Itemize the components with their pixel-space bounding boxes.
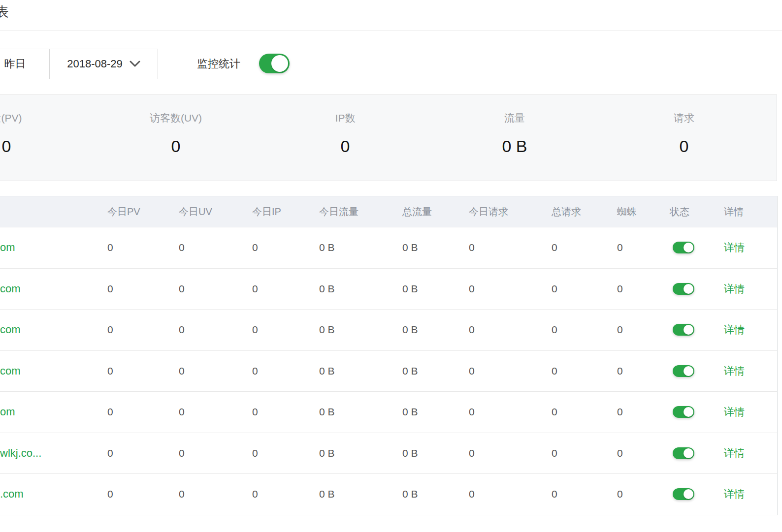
toggle-knob bbox=[684, 489, 693, 499]
stat-label: 访客数(UV) bbox=[150, 111, 202, 125]
cell-today-req: 0 bbox=[469, 474, 475, 515]
domain-link[interactable]: wlkj.co... bbox=[0, 433, 41, 474]
domain-link[interactable]: com bbox=[0, 351, 21, 392]
date-select-value: 2018-08-29 bbox=[67, 58, 123, 70]
site-status-toggle[interactable] bbox=[673, 283, 694, 295]
detail-link[interactable]: 详情 bbox=[724, 269, 745, 310]
stat-label: 量(PV) bbox=[0, 111, 22, 125]
stat-card-ip: IP数 0 bbox=[335, 95, 356, 181]
cell-today-traffic: 0 B bbox=[319, 433, 335, 474]
cell-total-req: 0 bbox=[552, 474, 557, 515]
cell-total-req: 0 bbox=[552, 227, 557, 268]
toggle-knob bbox=[684, 284, 693, 294]
cell-spider: 0 bbox=[617, 310, 623, 350]
chevron-down-icon bbox=[130, 61, 140, 67]
domain-link[interactable]: .com bbox=[0, 474, 24, 515]
stat-card-requests: 请求 0 bbox=[674, 95, 694, 181]
date-select[interactable]: 2018-08-29 bbox=[50, 49, 158, 79]
stat-label: 流量 bbox=[504, 111, 525, 125]
site-status-toggle[interactable] bbox=[673, 406, 694, 418]
summary-stats-panel: 量(PV) 0 访客数(UV) 0 IP数 0 流量 0 B 请求 0 bbox=[0, 94, 777, 181]
site-status-toggle[interactable] bbox=[673, 324, 694, 336]
stat-card-uv: 访客数(UV) 0 bbox=[150, 95, 202, 181]
header-status: 状态 bbox=[670, 196, 689, 227]
cell-today-traffic: 0 B bbox=[319, 227, 335, 268]
domain-link[interactable]: com bbox=[0, 269, 21, 310]
header-today-uv: 今日UV bbox=[179, 196, 212, 227]
cell-spider: 0 bbox=[617, 474, 623, 515]
cell-today-ip: 0 bbox=[252, 392, 258, 433]
yesterday-button[interactable]: 昨日 bbox=[0, 49, 50, 79]
cell-today-ip: 0 bbox=[252, 474, 258, 515]
cell-today-traffic: 0 B bbox=[319, 474, 335, 515]
cell-spider: 0 bbox=[617, 351, 623, 392]
cell-today-pv: 0 bbox=[107, 310, 113, 350]
stat-value: 0 bbox=[2, 137, 11, 156]
stat-label: 请求 bbox=[674, 111, 694, 125]
header-today-req: 今日请求 bbox=[469, 196, 508, 227]
detail-link[interactable]: 详情 bbox=[724, 227, 745, 268]
cell-today-pv: 0 bbox=[107, 269, 113, 310]
cell-total-traffic: 0 B bbox=[402, 392, 418, 433]
stat-card-pv: 量(PV) 0 bbox=[0, 95, 22, 181]
cell-spider: 0 bbox=[617, 269, 623, 310]
cell-today-pv: 0 bbox=[107, 433, 113, 474]
cell-total-req: 0 bbox=[552, 310, 557, 350]
cell-today-traffic: 0 B bbox=[319, 310, 335, 350]
cell-total-req: 0 bbox=[552, 433, 557, 474]
header-today-traffic: 今日流量 bbox=[319, 196, 358, 227]
detail-link[interactable]: 详情 bbox=[724, 474, 745, 515]
cell-total-traffic: 0 B bbox=[402, 474, 418, 515]
cell-total-traffic: 0 B bbox=[402, 351, 418, 392]
toggle-knob bbox=[684, 325, 693, 335]
header-detail: 详情 bbox=[724, 196, 744, 227]
toggle-knob bbox=[271, 55, 288, 72]
header-today-pv: 今日PV bbox=[107, 196, 140, 227]
cell-today-traffic: 0 B bbox=[319, 392, 335, 433]
header-total-req: 总请求 bbox=[552, 196, 581, 227]
cell-today-uv: 0 bbox=[179, 351, 185, 392]
title-divider bbox=[0, 31, 782, 31]
table-row: wlkj.co... 0 0 0 0 B 0 B 0 0 0 详情 bbox=[0, 433, 777, 474]
table-header-row: 今日PV 今日UV 今日IP 今日流量 总流量 今日请求 总请求 蜘蛛 状态 详… bbox=[0, 196, 777, 227]
cell-today-req: 0 bbox=[469, 269, 475, 310]
detail-link[interactable]: 详情 bbox=[724, 433, 745, 474]
cell-total-traffic: 0 B bbox=[402, 227, 418, 268]
table-row: om 0 0 0 0 B 0 B 0 0 0 详情 bbox=[0, 227, 777, 269]
site-status-toggle[interactable] bbox=[673, 447, 694, 459]
monitor-stats-label: 监控统计 bbox=[197, 49, 240, 79]
domain-link[interactable]: om bbox=[0, 227, 15, 268]
cell-today-uv: 0 bbox=[179, 474, 185, 515]
domain-link[interactable]: om bbox=[0, 392, 15, 433]
cell-today-uv: 0 bbox=[179, 310, 185, 350]
domain-link[interactable]: com bbox=[0, 310, 21, 350]
cell-today-traffic: 0 B bbox=[319, 351, 335, 392]
cell-total-req: 0 bbox=[552, 269, 557, 310]
toggle-knob bbox=[684, 243, 693, 252]
cell-total-traffic: 0 B bbox=[402, 269, 418, 310]
cell-today-uv: 0 bbox=[179, 433, 185, 474]
site-status-toggle[interactable] bbox=[673, 242, 694, 253]
cell-spider: 0 bbox=[617, 227, 623, 268]
table-body: om 0 0 0 0 B 0 B 0 0 0 详情 com 0 0 0 0 B … bbox=[0, 227, 777, 515]
site-status-toggle[interactable] bbox=[673, 488, 694, 500]
detail-link[interactable]: 详情 bbox=[724, 351, 745, 392]
cell-today-uv: 0 bbox=[179, 269, 185, 310]
cell-today-req: 0 bbox=[469, 227, 475, 268]
site-status-toggle[interactable] bbox=[673, 365, 694, 377]
monitor-stats-toggle[interactable] bbox=[259, 54, 290, 73]
cell-today-pv: 0 bbox=[107, 351, 113, 392]
cell-today-ip: 0 bbox=[252, 351, 258, 392]
page-title: 表 bbox=[0, 3, 9, 21]
cell-today-ip: 0 bbox=[252, 433, 258, 474]
cell-today-uv: 0 bbox=[179, 392, 185, 433]
cell-today-req: 0 bbox=[469, 392, 475, 433]
stat-card-traffic: 流量 0 B bbox=[502, 95, 527, 181]
cell-today-ip: 0 bbox=[252, 310, 258, 350]
stat-value: 0 bbox=[171, 137, 181, 156]
detail-link[interactable]: 详情 bbox=[724, 310, 745, 350]
detail-link[interactable]: 详情 bbox=[724, 392, 745, 433]
cell-today-ip: 0 bbox=[252, 269, 258, 310]
stat-label: IP数 bbox=[335, 111, 356, 125]
cell-today-uv: 0 bbox=[179, 227, 185, 268]
